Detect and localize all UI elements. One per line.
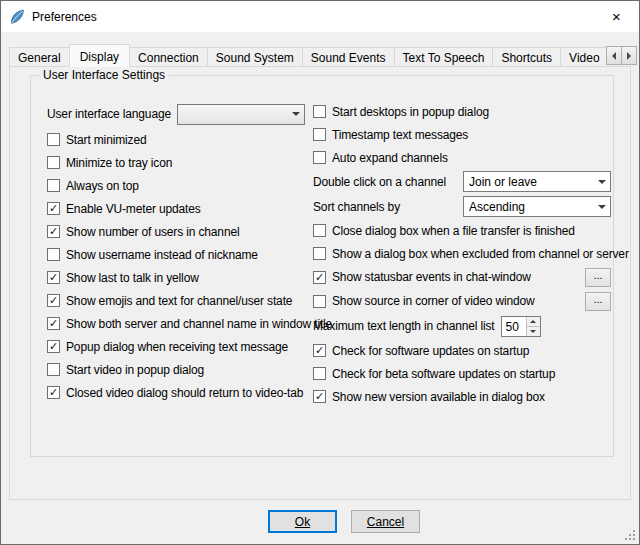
tab-scroll-left-button[interactable] xyxy=(606,46,622,65)
app-feather-icon xyxy=(9,9,25,25)
checkbox-show-both-server-and-channel-name-in-window-title[interactable]: ✓ xyxy=(47,317,60,330)
spin-up-button[interactable] xyxy=(527,317,540,327)
check-row: ✓Show emojis and text for channel/user s… xyxy=(47,289,305,312)
right-top-checkbox-list: Start desktops in popup dialogTimestamp … xyxy=(313,100,611,169)
check-row: Show a dialog box when excluded from cha… xyxy=(313,242,611,265)
checkbox-label: Closed video dialog should return to vid… xyxy=(66,386,303,400)
checkbox-close-dialog-box-when-a-file-transfer-is-finished[interactable] xyxy=(313,224,326,237)
check-row: ✓Closed video dialog should return to vi… xyxy=(47,381,305,404)
checkbox-show-video-source[interactable] xyxy=(313,295,326,308)
checkbox-label: Close dialog box when a file transfer is… xyxy=(332,224,575,238)
double-click-value: Join or leave xyxy=(464,175,593,189)
tab-sound-system[interactable]: Sound System xyxy=(207,47,303,67)
checkbox-closed-video-dialog-should-return-to-video-tab[interactable]: ✓ xyxy=(47,386,60,399)
double-click-combobox[interactable]: Join or leave xyxy=(463,171,611,192)
checkbox-label: Show a dialog box when excluded from cha… xyxy=(332,247,629,261)
checkbox-label: Show last to talk in yellow xyxy=(66,271,199,285)
checkbox-start-video-in-popup-dialog[interactable] xyxy=(47,363,60,376)
max-text-length-label: Maximum text length in channel list xyxy=(313,319,495,333)
spin-down-button[interactable] xyxy=(527,327,540,336)
checkbox-show-a-dialog-box-when-excluded-from-channel-or-server[interactable] xyxy=(313,247,326,260)
right-column: Start desktops in popup dialogTimestamp … xyxy=(313,100,611,408)
tab-video[interactable]: Video xyxy=(560,47,607,67)
check-row: ✓Show number of users in channel xyxy=(47,220,305,243)
checkbox-label: Show both server and channel name in win… xyxy=(66,317,332,331)
checkbox-label: Timestamp text messages xyxy=(332,128,468,142)
checkbox-label: Start minimized xyxy=(66,133,146,147)
sort-channels-row: Sort channels by Ascending xyxy=(313,194,611,219)
tab-strip: GeneralDisplayConnectionSound SystemSoun… xyxy=(9,44,607,67)
cancel-button[interactable]: Cancel xyxy=(351,510,420,533)
checkbox-show-emojis-and-text-for-channel-user-state[interactable]: ✓ xyxy=(47,294,60,307)
checkbox-check-for-beta-software-updates-on-startup[interactable] xyxy=(313,367,326,380)
tab-shortcuts[interactable]: Shortcuts xyxy=(492,47,561,67)
checkbox-start-minimized[interactable] xyxy=(47,133,60,146)
double-click-label: Double click on a channel xyxy=(313,175,446,189)
check-row: Start video in popup dialog xyxy=(47,358,305,381)
checkbox-show-username-instead-of-nickname[interactable] xyxy=(47,248,60,261)
window-title: Preferences xyxy=(32,10,97,24)
check-row: Timestamp text messages xyxy=(313,123,611,146)
checkbox-auto-expand-channels[interactable] xyxy=(313,151,326,164)
tab-scroll-right-button[interactable] xyxy=(621,46,637,65)
max-text-length-value: 50 xyxy=(502,317,526,336)
chevron-down-icon xyxy=(593,172,610,191)
spinner-buttons xyxy=(526,317,540,336)
max-text-length-spinner[interactable]: 50 xyxy=(501,316,541,337)
checkbox-popup-dialog-when-receiving-text-message[interactable]: ✓ xyxy=(47,340,60,353)
ok-button[interactable]: Ok xyxy=(268,510,337,533)
checkbox-show-statusbar-events[interactable]: ✓ xyxy=(313,271,326,284)
tab-display[interactable]: Display xyxy=(69,44,130,67)
checkbox-label: Always on top xyxy=(66,179,139,193)
check-row: Check for beta software updates on start… xyxy=(313,362,611,385)
checkbox-minimize-to-tray-icon[interactable] xyxy=(47,156,60,169)
left-checkbox-list: Start minimizedMinimize to tray iconAlwa… xyxy=(47,128,305,404)
display-tab-panel: User Interface Settings User interface l… xyxy=(9,66,631,500)
check-row: Auto expand channels xyxy=(313,146,611,169)
checkbox-label: Popup dialog when receiving text message xyxy=(66,340,288,354)
tab-connection[interactable]: Connection xyxy=(129,47,208,67)
checkbox-always-on-top[interactable] xyxy=(47,179,60,192)
checkbox-timestamp-text-messages[interactable] xyxy=(313,128,326,141)
checkbox-label: Start desktops in popup dialog xyxy=(332,105,489,119)
check-row: Close dialog box when a file transfer is… xyxy=(313,219,611,242)
checkbox-label: Show statusbar events in chat-window xyxy=(332,270,531,284)
checkbox-show-new-version-available-in-dialog-box[interactable]: ✓ xyxy=(313,390,326,403)
video-source-config-button[interactable]: ... xyxy=(585,292,611,311)
check-row: ✓Show both server and channel name in wi… xyxy=(47,312,305,335)
dialog-button-bar: Ok Cancel xyxy=(1,510,639,533)
checkbox-check-for-software-updates-on-startup[interactable]: ✓ xyxy=(313,344,326,357)
sort-channels-combobox[interactable]: Ascending xyxy=(463,196,611,217)
user-interface-settings-group: User Interface Settings User interface l… xyxy=(30,75,614,457)
checkbox-show-last-to-talk-in-yellow[interactable]: ✓ xyxy=(47,271,60,284)
check-row: Show username instead of nickname xyxy=(47,243,305,266)
checkbox-start-desktops-in-popup-dialog[interactable] xyxy=(313,105,326,118)
right-mid-checkbox-list: Close dialog box when a file transfer is… xyxy=(313,219,611,265)
chevron-down-icon xyxy=(593,197,610,216)
resize-grip[interactable] xyxy=(623,528,636,541)
check-row: Always on top xyxy=(47,174,305,197)
chevron-down-icon xyxy=(530,330,536,333)
checkbox-label: Show emojis and text for channel/user st… xyxy=(66,294,292,308)
language-row: User interface language xyxy=(47,100,305,128)
tab-scroll-buttons xyxy=(607,46,637,65)
checkbox-show-number-of-users-in-channel[interactable]: ✓ xyxy=(47,225,60,238)
check-row: Minimize to tray icon xyxy=(47,151,305,174)
check-row: ✓Enable VU-meter updates xyxy=(47,197,305,220)
tab-sound-events[interactable]: Sound Events xyxy=(302,47,395,67)
chevron-up-icon xyxy=(530,320,536,323)
checkbox-enable-vu-meter-updates[interactable]: ✓ xyxy=(47,202,60,215)
checkbox-label: Minimize to tray icon xyxy=(66,156,172,170)
checkbox-label: Show number of users in channel xyxy=(66,225,239,239)
language-label: User interface language xyxy=(47,107,171,121)
check-row: Start minimized xyxy=(47,128,305,151)
tab-text-to-speech[interactable]: Text To Speech xyxy=(394,47,494,67)
tab-general[interactable]: General xyxy=(9,47,70,67)
checkbox-label: Check for beta software updates on start… xyxy=(332,367,555,381)
check-row: ✓Show new version available in dialog bo… xyxy=(313,385,611,408)
double-click-row: Double click on a channel Join or leave xyxy=(313,169,611,194)
chevron-down-icon xyxy=(287,105,304,124)
language-combobox[interactable] xyxy=(177,104,305,125)
close-button[interactable]: × xyxy=(594,1,639,32)
statusbar-events-config-button[interactable]: ... xyxy=(585,268,611,287)
